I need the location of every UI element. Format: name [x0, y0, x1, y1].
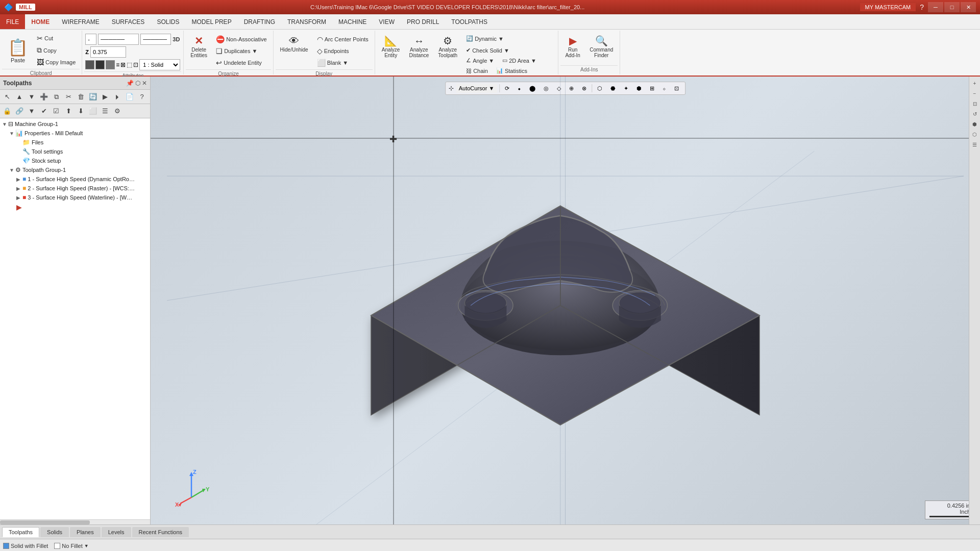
analyze-entity-button[interactable]: 📐 Analyze Entity: [378, 34, 404, 60]
tp-link-icon[interactable]: 🔗: [14, 106, 25, 117]
tree-properties[interactable]: ▼ 📊 Properties - Mill Default: [0, 129, 150, 138]
tp-horizontal-scrollbar[interactable]: [0, 519, 150, 524]
run-addon-button[interactable]: ▶ Run Add-In: [561, 34, 584, 60]
tp-post-tool[interactable]: 📄: [124, 91, 135, 103]
tree-op1[interactable]: ▶ ■ 1 - Surface High Speed (Dynamic OptR…: [0, 174, 150, 184]
tree-machine-group[interactable]: ▼ ⊟ Machine Group-1: [0, 119, 150, 129]
command-finder-button[interactable]: 🔍 Command Finder: [586, 34, 617, 60]
rp-btn-6[interactable]: ⬡: [970, 130, 979, 139]
minimize-button[interactable]: ─: [928, 2, 943, 12]
tp-hscroll-thumb[interactable]: [0, 520, 90, 524]
tp-close-icon[interactable]: ✕: [142, 80, 147, 87]
non-associative-button[interactable]: ⛔ Non-Associative: [213, 34, 270, 45]
tp-verify-tool[interactable]: ▶: [100, 91, 111, 103]
menu-machine[interactable]: MACHINE: [332, 14, 373, 29]
solid-select[interactable]: 1 : Solid: [139, 59, 180, 70]
statistics-button[interactable]: 📊 Statistics: [493, 66, 530, 76]
undelete-button[interactable]: ↩ Undelete Entity: [213, 57, 270, 68]
tp-copy-tool[interactable]: ⧉: [51, 91, 62, 103]
tp-move-up-tool[interactable]: ▲: [14, 91, 25, 103]
copy-image-button[interactable]: 🖼 Copy Image: [34, 57, 79, 68]
tab-solids[interactable]: Solids: [40, 527, 69, 537]
duplicates-button[interactable]: ❑ Duplicates ▼: [213, 45, 270, 57]
copy-button[interactable]: ⧉ Copy: [34, 44, 79, 56]
no-fillet-checkbox[interactable]: [54, 543, 60, 549]
rp-btn-2[interactable]: −: [970, 89, 979, 98]
tp-list-icon[interactable]: ☰: [100, 106, 111, 117]
angle-button[interactable]: ∠ Angle ▼: [463, 56, 497, 65]
menu-toolpaths[interactable]: TOOLPATHS: [445, 14, 494, 29]
menu-home[interactable]: HOME: [25, 14, 56, 29]
line-style-input[interactable]: ──────: [140, 34, 171, 45]
solid-fillet-checkbox[interactable]: [3, 543, 9, 549]
tp-check-icon[interactable]: ✔: [38, 106, 50, 117]
help-icon[interactable]: ?: [920, 3, 924, 11]
menu-view[interactable]: VIEW: [373, 14, 401, 29]
tab-levels[interactable]: Levels: [102, 527, 131, 537]
blank-button[interactable]: ⬜ Blank ▼: [314, 57, 372, 68]
color-swatch-1[interactable]: [85, 60, 94, 69]
tp-float-icon[interactable]: ⬡: [135, 80, 140, 87]
no-fillet-dropdown[interactable]: ▼: [84, 543, 89, 548]
tab-toolpaths[interactable]: Toolpaths: [2, 527, 39, 537]
tp-filter-icon[interactable]: ⚙: [112, 106, 123, 117]
tp-move-down-tool[interactable]: ▼: [26, 91, 37, 103]
menu-solids[interactable]: SOLIDS: [151, 14, 185, 29]
endpoints-button[interactable]: ◇ Endpoints: [314, 45, 372, 57]
rp-btn-4[interactable]: ↺: [970, 109, 979, 118]
tp-help-tool[interactable]: ?: [136, 91, 148, 103]
canvas-area[interactable]: ⊹ AutoCursor ▼ ⟳ ⬥ ⬤ ◎ ◇ ⊕ ⊗ ⬡ ⬣ ✦ ⬢ ⊞ ⬦…: [151, 77, 980, 524]
color-swatch-2[interactable]: [95, 60, 105, 69]
analyze-distance-button[interactable]: ↔ Analyze Distance: [405, 34, 432, 60]
tp-arrows-icon[interactable]: ⬆: [63, 106, 74, 117]
tab-recent-functions[interactable]: Recent Functions: [132, 527, 189, 537]
tp-select-tool[interactable]: ↖: [2, 91, 13, 103]
tab-planes[interactable]: Planes: [70, 527, 101, 537]
rp-btn-5[interactable]: ⬢: [970, 119, 979, 129]
z-value-input[interactable]: 0.375: [90, 46, 126, 58]
paste-button[interactable]: 📋 Paste: [3, 35, 33, 66]
dynamic-button[interactable]: 🔄 Dynamic ▼: [463, 34, 507, 43]
tp-dropdown-icon[interactable]: ▼: [26, 106, 37, 117]
chain-button[interactable]: ⛓ Chain: [463, 66, 491, 76]
rp-btn-3[interactable]: ⊡: [970, 99, 979, 108]
tp-lock-icon[interactable]: 🔒: [2, 106, 13, 117]
cut-button[interactable]: ✂ Cut: [34, 33, 79, 44]
tree-op3[interactable]: ▶ ■ 3 - Surface High Speed (Waterline) -…: [0, 193, 150, 202]
analyze-toolpath-button[interactable]: ⚙ Analyze Toolpath: [434, 34, 461, 60]
my-mastercam-button[interactable]: MY MASTERCAM: [860, 3, 916, 11]
menu-transform[interactable]: TRANSFORM: [281, 14, 332, 29]
color-swatch-3[interactable]: [106, 60, 115, 69]
2d-area-button[interactable]: ▭ 2D Area ▼: [499, 56, 540, 65]
rp-btn-7[interactable]: ☰: [970, 140, 979, 149]
tp-delete-tool[interactable]: 🗑: [75, 91, 86, 103]
tp-arrows2-icon[interactable]: ⬇: [75, 106, 86, 117]
tp-new-op-tool[interactable]: ➕: [38, 91, 50, 103]
line-width-input[interactable]: ──────: [98, 34, 139, 45]
hide-unhide-button[interactable]: 👁 Hide/Unhide: [277, 34, 312, 55]
tree-op2[interactable]: ▶ ■ 2 - Surface High Speed (Raster) - [W…: [0, 184, 150, 193]
tp-pin-icon[interactable]: 📌: [126, 80, 134, 87]
tree-toolpath-group[interactable]: ▼ ⚙ Toolpath Group-1: [0, 165, 150, 174]
close-button[interactable]: ✕: [961, 2, 976, 12]
wire-type-input[interactable]: -: [85, 34, 96, 45]
menu-model-prep[interactable]: MODEL PREP: [185, 14, 237, 29]
maximize-button[interactable]: □: [944, 2, 960, 12]
check-solid-button[interactable]: ✔ Check Solid ▼: [463, 45, 512, 55]
arc-center-button[interactable]: ◠ Arc Center Points: [314, 34, 372, 45]
menu-drafting[interactable]: DRAFTING: [238, 14, 281, 29]
tp-box-icon[interactable]: ⬜: [87, 106, 99, 117]
tp-simulate-tool[interactable]: ⏵: [112, 91, 123, 103]
menu-file[interactable]: FILE: [0, 14, 25, 29]
menu-wireframe[interactable]: WIREFRAME: [56, 14, 105, 29]
tree-stock-setup[interactable]: 💎 Stock setup: [0, 156, 150, 165]
menu-surfaces[interactable]: SURFACES: [106, 14, 151, 29]
tree-files[interactable]: 📁 Files: [0, 138, 150, 147]
menu-pro-drill[interactable]: PRO DRILL: [401, 14, 445, 29]
tp-check2-icon[interactable]: ☑: [51, 106, 62, 117]
tree-tool-settings[interactable]: 🔧 Tool settings: [0, 147, 150, 156]
tp-cut-tool[interactable]: ✂: [63, 91, 74, 103]
delete-entities-button[interactable]: ✕ Delete Entities: [187, 34, 211, 60]
tp-regen-tool[interactable]: 🔄: [87, 91, 99, 103]
rp-btn-1[interactable]: +: [970, 79, 979, 88]
